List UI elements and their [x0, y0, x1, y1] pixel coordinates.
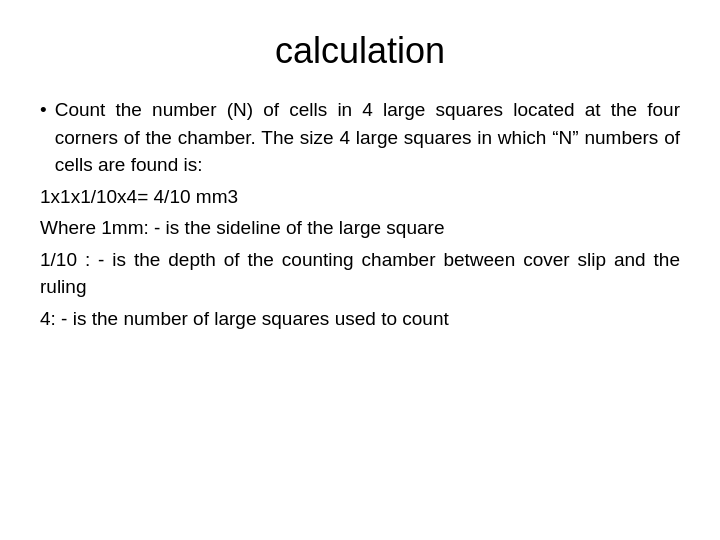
- bullet-text-1: Count the number (N) of cells in 4 large…: [55, 96, 680, 179]
- bullet-symbol: •: [40, 96, 47, 124]
- line-formula: 1x1x1/10x4= 4/10 mm3: [40, 183, 680, 211]
- page: calculation • Count the number (N) of ce…: [0, 0, 720, 540]
- line-depth: 1/10 : - is the depth of the counting ch…: [40, 246, 680, 301]
- line-where: Where 1mm: - is the sideline of the larg…: [40, 214, 680, 242]
- line-squares: 4: - is the number of large squares used…: [40, 305, 680, 333]
- page-title: calculation: [40, 30, 680, 72]
- bullet-point-1: • Count the number (N) of cells in 4 lar…: [40, 96, 680, 179]
- content-area: • Count the number (N) of cells in 4 lar…: [40, 96, 680, 336]
